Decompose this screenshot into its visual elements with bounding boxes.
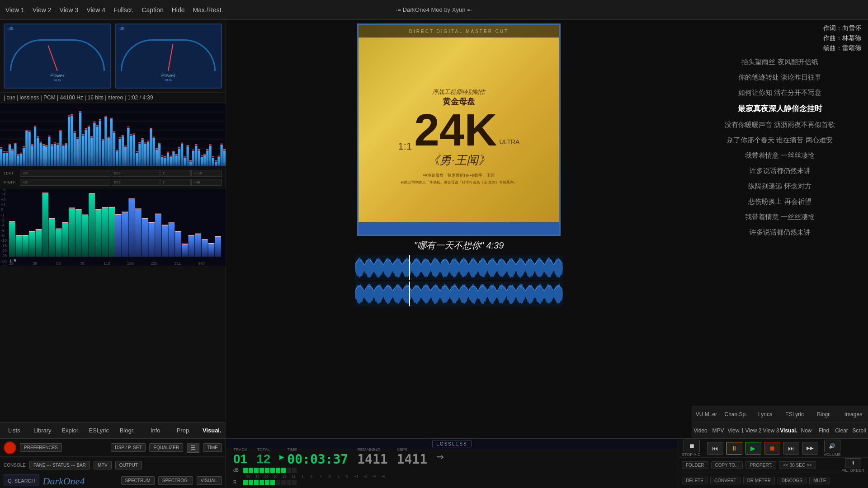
- dsp-btn[interactable]: DSP / P. SET: [111, 443, 146, 452]
- right-nav-row2: Video MPV View 1 View 2 View 3 Visual. N…: [692, 422, 868, 439]
- play-btn[interactable]: ▶: [745, 442, 761, 455]
- view3-tab[interactable]: View 3: [60, 6, 79, 14]
- extra-btn[interactable]: ▶▶: [802, 442, 818, 455]
- vu-needle-right: [168, 44, 173, 70]
- convert-btn[interactable]: CONVERT: [710, 477, 741, 484]
- output-btn[interactable]: OUTPUT: [115, 461, 142, 469]
- transport-bot-row: DELETE CONVERT DR METER DISCOGS MUTE: [678, 473, 868, 488]
- rnav-lyrics[interactable]: Lyrics: [750, 406, 780, 422]
- left-level-bar: -dB 0V2 7 -c:dB: [20, 170, 222, 177]
- ddmc-text: DIRECT DIGITAL MASTER CUT: [409, 29, 509, 34]
- waveform-top[interactable]: [355, 255, 563, 280]
- propert-btn[interactable]: PROPERT.: [745, 461, 776, 469]
- db-markers: -50 -35 -26 -20 -15 -11 -8 -6 -4 -2 -1 0…: [243, 474, 670, 479]
- stop-btn[interactable]: ⏹: [764, 442, 780, 455]
- stop-ac-label: STOP A.C.: [682, 452, 702, 457]
- bottom-transport: PREFERENCES DSP / P. SET EQUALIZER ☰ TIM…: [0, 438, 868, 488]
- discogs-btn[interactable]: DISCOGS: [778, 477, 807, 484]
- nav-explorer[interactable]: Explor.: [57, 423, 85, 437]
- menu-icon[interactable]: ☰: [187, 443, 199, 453]
- waveform-playhead: [409, 255, 410, 280]
- rnav-mpv[interactable]: MPV: [709, 422, 727, 439]
- transport-mid-row: FOLDER COPY TO... PROPERT. << 30 SEC >> …: [678, 458, 868, 473]
- nav-biogr[interactable]: Biogr.: [113, 423, 142, 437]
- rnav-now[interactable]: Now: [797, 422, 815, 439]
- remaining-block: REMAINING 1411: [357, 447, 387, 467]
- fullscreen-btn[interactable]: Fullscr.: [113, 6, 133, 14]
- view1-tab[interactable]: View 1: [5, 6, 24, 14]
- lyric-line: 如何让你知 活在分开不写意: [698, 85, 861, 100]
- stop-ac-btn[interactable]: ⏹: [684, 440, 700, 452]
- rnav-biogr[interactable]: Biogr.: [809, 406, 839, 422]
- rnav-eslyric[interactable]: ESLyric: [780, 406, 809, 422]
- db-r-label: R: [233, 480, 242, 485]
- caption-btn[interactable]: Caption: [142, 6, 163, 14]
- mpv-btn[interactable]: MPV: [94, 461, 112, 469]
- transport-right: ⏹ STOP A.C. ⏮ ⏸ ▶ ⏹ ⏭ ▶▶ 🔊 VOLUME: [678, 439, 868, 488]
- nav-eslyric[interactable]: ESLyric: [85, 423, 113, 437]
- rnav-view3[interactable]: View 3: [762, 422, 780, 439]
- rnav-find[interactable]: Find: [815, 422, 833, 439]
- nav-info[interactable]: Info: [142, 423, 170, 437]
- pane-bar-btn[interactable]: PANE --- STATUS --- BAR: [29, 461, 90, 469]
- rnav-scroll[interactable]: Scroll: [850, 422, 868, 439]
- spectrum-btn[interactable]: SPECTRUM: [121, 476, 155, 485]
- q-search-btn[interactable]: Q. SEARCH: [4, 474, 39, 486]
- fil-order-btn[interactable]: ⬆: [845, 458, 861, 468]
- total-label: TOTAL: [257, 447, 270, 452]
- maxrest-btn[interactable]: Max./Rest.: [193, 6, 223, 14]
- track-info-row: TRACK 01 TOTAL 12 ▶ TIME 00:03:37 REMAIN…: [226, 449, 678, 465]
- prev-btn[interactable]: ⏮: [707, 442, 723, 455]
- lyric-line: 悲伤盼换上 再会祈望: [698, 194, 861, 209]
- album-footer2: 有限公司制作人「李劲松」黄金母盘「砖字打造高（王·主闻）专辑系列」: [392, 180, 526, 185]
- view4-tab[interactable]: View 4: [86, 6, 105, 14]
- rnav-view2[interactable]: View 2: [745, 422, 762, 439]
- delete-btn[interactable]: DELETE: [682, 477, 708, 484]
- rnav-video[interactable]: Video: [692, 422, 709, 439]
- lossless-badge: LOSSLESS: [432, 441, 471, 447]
- drmeter-btn[interactable]: DR METER: [743, 477, 775, 484]
- rnav-images[interactable]: Images: [839, 406, 868, 422]
- waveform-bottom-canvas: [355, 282, 563, 306]
- volume-btn[interactable]: 🔊: [824, 440, 840, 452]
- pause-btn[interactable]: ⏸: [726, 442, 742, 455]
- album-title-cn: 《勇·王闻》: [428, 152, 490, 168]
- waveform-playhead-bot: [409, 282, 410, 306]
- vu-left-scale-neg: -dB: [7, 26, 14, 31]
- nav-visual[interactable]: Visual.: [198, 423, 226, 437]
- visual-btn[interactable]: VISUAL.: [197, 476, 222, 485]
- album-footer1: 中港金母盘「张惠雅组HI-FI/数字」王闻: [410, 173, 508, 178]
- db-l-label: dB: [233, 468, 242, 473]
- hide-btn[interactable]: Hide: [172, 6, 185, 14]
- mute-btn[interactable]: MUTE: [809, 477, 830, 484]
- sec30-btn[interactable]: << 30 SEC >>: [779, 461, 816, 469]
- preferences-btn[interactable]: PREFERENCES: [20, 443, 62, 452]
- rnav-clear[interactable]: Clear: [833, 422, 850, 439]
- copyto-btn[interactable]: COPY TO...: [711, 461, 743, 469]
- total-value: 12: [256, 452, 270, 466]
- equalizer-btn[interactable]: EQUALIZER: [149, 443, 183, 452]
- rnav-visual[interactable]: Visual.: [780, 422, 797, 439]
- rnav-view1[interactable]: View 1: [727, 422, 745, 439]
- vu-vub-right: VUb: [165, 78, 172, 82]
- time-label: TIME: [287, 447, 348, 452]
- spectrum-area: [0, 103, 226, 166]
- time-btn[interactable]: TIME: [203, 443, 222, 452]
- rnav-chansp[interactable]: Chan.Sp.: [721, 406, 750, 422]
- power-button[interactable]: [4, 441, 16, 454]
- folder-btn[interactable]: FOLDER: [682, 461, 708, 469]
- track-label: TRACK: [233, 447, 247, 452]
- next-btn[interactable]: ⏭: [783, 442, 799, 455]
- lyric-line: 我带着情意 一丝丝凄怆: [698, 148, 861, 163]
- album-ratio: 1:1: [398, 141, 412, 152]
- waveform-bottom[interactable]: [355, 282, 563, 306]
- remaining-value: 1411: [357, 452, 387, 467]
- nav-prop[interactable]: Prop.: [170, 423, 198, 437]
- lyric-line: 抬头望雨丝 夜风翻开信纸: [698, 54, 861, 70]
- view2-tab[interactable]: View 2: [33, 6, 52, 14]
- spectrog-btn[interactable]: SPECTROG.: [158, 476, 193, 485]
- nav-library[interactable]: Library: [28, 423, 57, 437]
- info-bar: | cue | lossless | PCM | 44100 Hz | 16 b…: [0, 92, 226, 103]
- nav-lists[interactable]: Lists: [0, 423, 28, 437]
- rnav-vumer[interactable]: VU M..er: [692, 406, 721, 422]
